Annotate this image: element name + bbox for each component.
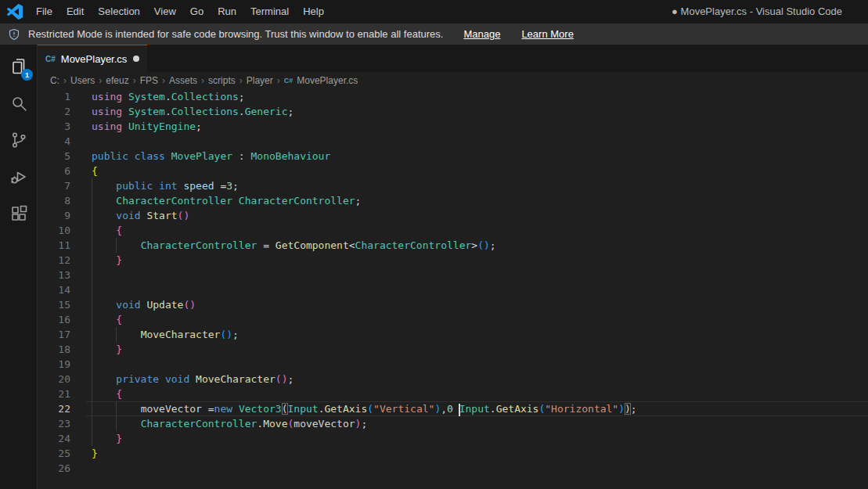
line-content[interactable]: { [86, 223, 868, 238]
line-number[interactable]: 8 [38, 193, 86, 208]
code-line-8[interactable]: 8 CharacterController CharacterControlle… [38, 193, 868, 208]
line-content[interactable]: CharacterController.Move(moveVector); [86, 416, 868, 431]
code-line-9[interactable]: 9 void Start() [38, 208, 868, 223]
code-line-26[interactable]: 26 [38, 461, 868, 476]
code-line-16[interactable]: 16 { [38, 312, 868, 327]
code-line-2[interactable]: 2using System.Collections.Generic; [38, 104, 868, 119]
line-number[interactable]: 17 [38, 327, 86, 342]
line-content[interactable]: using System.Collections.Generic; [86, 104, 868, 119]
line-content[interactable]: } [86, 253, 868, 268]
line-number[interactable]: 3 [38, 119, 86, 134]
code-line-6[interactable]: 6{ [38, 164, 868, 178]
code-line-3[interactable]: 3using UnityEngine; [38, 119, 868, 134]
menu-go[interactable]: Go [183, 0, 211, 23]
line-number[interactable]: 24 [38, 431, 86, 446]
line-content[interactable]: { [86, 164, 868, 178]
line-number[interactable]: 18 [38, 342, 86, 357]
line-content[interactable]: } [86, 446, 868, 461]
line-number[interactable]: 20 [38, 372, 86, 387]
explorer-icon[interactable]: 1 [0, 48, 37, 84]
line-content[interactable]: CharacterController CharacterController; [86, 193, 868, 208]
code-line-25[interactable]: 25} [38, 446, 868, 461]
code-line-21[interactable]: 21 { [38, 387, 868, 401]
line-content[interactable]: public int speed =3; [86, 178, 868, 193]
breadcrumb-item[interactable]: Player [247, 75, 273, 86]
menu-file[interactable]: File [29, 0, 59, 23]
code-line-22[interactable]: 22 moveVector =new Vector3(Input.GetAxis… [38, 401, 868, 416]
line-number[interactable]: 7 [38, 178, 86, 193]
line-number[interactable]: 16 [38, 312, 86, 327]
code-line-10[interactable]: 10 { [38, 223, 868, 238]
line-number[interactable]: 21 [38, 387, 86, 401]
code-line-14[interactable]: 14 [38, 282, 868, 297]
code-line-23[interactable]: 23 CharacterController.Move(moveVector); [38, 416, 868, 431]
line-number[interactable]: 14 [38, 282, 86, 297]
line-content[interactable] [86, 357, 868, 372]
line-content[interactable]: } [86, 431, 868, 446]
line-content[interactable] [86, 461, 868, 476]
line-number[interactable]: 19 [38, 357, 86, 372]
line-content[interactable]: CharacterController = GetComponent<Chara… [86, 238, 868, 253]
line-number[interactable]: 25 [38, 446, 86, 461]
line-number[interactable]: 5 [38, 149, 86, 164]
line-content[interactable]: private void MoveCharacter(); [86, 372, 868, 387]
breadcrumb-item[interactable]: Assets [169, 75, 197, 86]
line-number[interactable]: 2 [38, 104, 86, 119]
code-line-1[interactable]: 1using System.Collections; [38, 89, 868, 104]
line-number[interactable]: 10 [38, 223, 86, 238]
line-content[interactable] [86, 282, 868, 297]
code-line-19[interactable]: 19 [38, 357, 868, 372]
line-number[interactable]: 23 [38, 416, 86, 431]
code-line-15[interactable]: 15 void Update() [38, 297, 868, 312]
line-number[interactable]: 1 [38, 89, 86, 104]
line-content[interactable]: using UnityEngine; [86, 119, 868, 134]
learn-more-link[interactable]: Learn More [521, 28, 573, 40]
line-number[interactable]: 6 [38, 164, 86, 178]
code-line-20[interactable]: 20 private void MoveCharacter(); [38, 372, 868, 387]
line-number[interactable]: 22 [38, 401, 86, 416]
line-content[interactable]: { [86, 312, 868, 327]
line-content[interactable] [86, 134, 868, 149]
line-content[interactable]: } [86, 342, 868, 357]
line-number[interactable]: 15 [38, 297, 86, 312]
line-content[interactable]: moveVector =new Vector3(Input.GetAxis("V… [86, 401, 868, 416]
source-control-icon[interactable] [0, 121, 37, 158]
code-line-11[interactable]: 11 CharacterController = GetComponent<Ch… [38, 238, 868, 253]
search-icon[interactable] [0, 84, 37, 121]
breadcrumb-item[interactable]: Users [70, 75, 95, 86]
line-number[interactable]: 4 [38, 134, 86, 149]
menu-selection[interactable]: Selection [91, 0, 146, 23]
line-content[interactable]: void Start() [86, 208, 868, 223]
line-number[interactable]: 9 [38, 208, 86, 223]
menu-view[interactable]: View [147, 0, 183, 23]
tab-moveplayer-cs[interactable]: C# MovePlayer.cs [38, 45, 147, 72]
line-content[interactable]: using System.Collections; [86, 89, 868, 104]
modified-dot-icon[interactable] [133, 56, 139, 62]
breadcrumb-item[interactable]: C: [50, 75, 59, 86]
line-content[interactable]: public class MovePlayer : MonoBehaviour [86, 149, 868, 164]
code-line-12[interactable]: 12 } [38, 253, 868, 268]
breadcrumb-item[interactable]: FPS [140, 75, 158, 86]
code-line-24[interactable]: 24 } [38, 431, 868, 446]
code-line-7[interactable]: 7 public int speed =3; [38, 178, 868, 193]
menu-run[interactable]: Run [211, 0, 243, 23]
line-number[interactable]: 26 [38, 461, 86, 476]
editor[interactable]: 1using System.Collections;2using System.… [38, 89, 868, 489]
manage-link[interactable]: Manage [463, 28, 500, 40]
code-line-13[interactable]: 13 [38, 268, 868, 282]
line-content[interactable]: void Update() [86, 297, 868, 312]
breadcrumb-item[interactable]: efeuz [106, 75, 128, 86]
menu-terminal[interactable]: Terminal [243, 0, 296, 23]
code-line-4[interactable]: 4 [38, 134, 868, 149]
code-line-5[interactable]: 5public class MovePlayer : MonoBehaviour [38, 149, 868, 164]
run-and-debug-icon[interactable] [0, 158, 37, 195]
line-content[interactable]: MoveCharacter(); [86, 327, 868, 342]
line-number[interactable]: 13 [38, 268, 86, 282]
extensions-icon[interactable] [0, 195, 37, 232]
line-content[interactable]: { [86, 387, 868, 401]
line-content[interactable] [86, 268, 868, 282]
breadcrumb-item[interactable]: scripts [208, 75, 236, 86]
menu-edit[interactable]: Edit [59, 0, 91, 23]
menu-help[interactable]: Help [296, 0, 331, 23]
line-number[interactable]: 12 [38, 253, 86, 268]
